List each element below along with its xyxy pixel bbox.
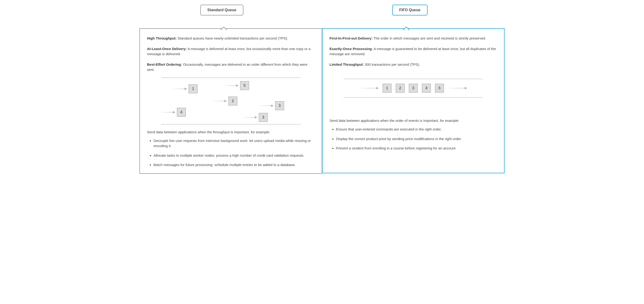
arrow-icon — [360, 88, 378, 88]
message-box: 5 — [435, 84, 444, 93]
message-box: 4 — [177, 108, 186, 117]
fifo-examples-list: Ensure that user-entered commands are ex… — [330, 127, 497, 151]
fifo-feature-delivery: First-ln-First-out Delivery: The order i… — [330, 36, 497, 41]
standard-example-item: Batch messages for future processing: sc… — [154, 162, 315, 168]
message-box: 2 — [396, 84, 404, 93]
fifo-feature-throughput: Limited Throughput: 300 transactions per… — [330, 62, 497, 67]
message-box: 3 — [259, 113, 268, 122]
standard-queue-panel: High Throughput: Standard queues have ne… — [140, 28, 322, 174]
standard-example-item: Allocate tasks to multiple worker nodes:… — [154, 153, 315, 158]
arrow-icon — [243, 117, 257, 118]
standard-msg-1: 1 — [173, 84, 198, 93]
fifo-feature-processing: Exactly-Once Processing: A message is gu… — [330, 46, 497, 57]
fifo-example-item: Prevent a student from enrolling in a co… — [336, 146, 497, 151]
arrow-icon — [224, 85, 238, 86]
standard-queue-column: Standard Queue High Throughput: Standard… — [140, 5, 322, 174]
arrow-icon — [212, 101, 226, 101]
fifo-example-item: Ensure that user-entered commands are ex… — [336, 127, 497, 132]
message-box: 1 — [188, 84, 198, 93]
fifo-queue-panel: First-ln-First-out Delivery: The order i… — [322, 28, 504, 173]
message-box: 1 — [382, 84, 392, 93]
standard-feature-throughput: High Throughput: Standard queues have ne… — [147, 36, 315, 41]
standard-examples-intro: Send data between applications when the … — [147, 130, 315, 134]
standard-feature-delivery: At-Least-Once Delivery: A message is del… — [147, 46, 315, 57]
message-box: 3 — [409, 84, 418, 93]
arrow-icon — [259, 105, 273, 106]
message-box: 2 — [228, 97, 237, 105]
message-box: 3 — [275, 101, 284, 110]
message-box: 5 — [240, 81, 249, 90]
standard-msg-5: 5 — [224, 81, 249, 90]
standard-msg-4: 4 — [161, 108, 186, 117]
fifo-queue-tab[interactable]: FIFO Queue — [392, 5, 428, 15]
standard-examples-list: Decouple live user requests from intensi… — [147, 138, 315, 168]
fifo-examples-intro: Send data between applications when the … — [330, 119, 497, 123]
fifo-diagram: 1 2 3 4 5 — [344, 79, 483, 97]
message-box: 4 — [422, 84, 431, 93]
fifo-queue-column: FIFO Queue First-ln-First-out Delivery: … — [322, 5, 504, 174]
standard-msg-2: 2 — [212, 97, 237, 105]
arrow-icon — [448, 88, 467, 88]
fifo-example-item: Display the correct product price by sen… — [336, 136, 497, 142]
standard-queue-tab[interactable]: Standard Queue — [200, 5, 243, 15]
standard-example-item: Decouple live user requests from intensi… — [154, 138, 315, 149]
arrow-icon — [173, 89, 187, 89]
standard-feature-ordering: Best-Effort Ordering: Occasionally, mess… — [147, 62, 315, 72]
standard-diagram: 1 5 2 3 4 — [161, 78, 301, 124]
standard-msg-3b: 3 — [243, 113, 268, 122]
arrow-icon — [161, 112, 175, 112]
standard-msg-3a: 3 — [259, 101, 284, 110]
